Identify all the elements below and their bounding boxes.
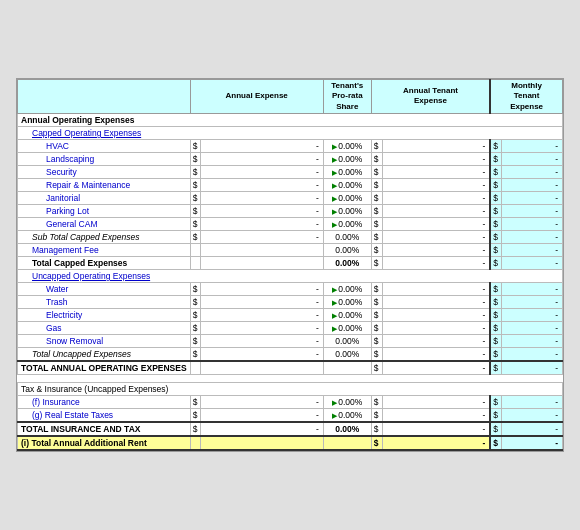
row-total-annual-operating: TOTAL ANNUAL OPERATING EXPENSES $ - $ -: [18, 361, 563, 375]
row-total-annual-additional-rent: (i) Total Annual Additional Rent $ - $ -: [18, 436, 563, 450]
header-annual-expense: Annual Expense: [190, 79, 323, 113]
spacer-row-1: [18, 375, 563, 383]
row-gas: Gas $ - 0.00% $ - $ -: [18, 322, 563, 335]
row-electricity: Electricity $ - 0.00% $ - $ -: [18, 309, 563, 322]
row-landscaping: Landscaping $ - 0.00% $ - $ -: [18, 153, 563, 166]
header-label: [18, 79, 191, 113]
subsection-capped: Capped Operating Expenses: [18, 127, 563, 140]
row-real-estate-taxes: (g) Real Estate Taxes $ - 0.00% $ - $ -: [18, 409, 563, 423]
row-water: Water $ - 0.00% $ - $ -: [18, 283, 563, 296]
spreadsheet: Annual Expense Tenant'sPro-rataShare Ann…: [16, 78, 564, 452]
header-monthly-tenant: MonthlyTenantExpense: [490, 79, 562, 113]
row-security: Security $ - 0.00% $ - $ -: [18, 166, 563, 179]
header-annual-tenant: Annual TenantExpense: [371, 79, 490, 113]
row-janitorial: Janitorial $ - 0.00% $ - $ -: [18, 192, 563, 205]
header-row: Annual Expense Tenant'sPro-rataShare Ann…: [18, 79, 563, 113]
row-trash: Trash $ - 0.00% $ - $ -: [18, 296, 563, 309]
subsection-uncapped: Uncapped Operating Expenses: [18, 270, 563, 283]
row-snow-removal: Snow Removal $ - 0.00% $ - $ -: [18, 335, 563, 348]
header-prorata: Tenant'sPro-rataShare: [323, 79, 371, 113]
row-repair-maintenance: Repair & Maintenance $ - 0.00% $ - $ -: [18, 179, 563, 192]
section-tax-insurance: Tax & Insurance (Uncapped Expenses): [18, 383, 563, 396]
row-insurance: (f) Insurance $ - 0.00% $ - $ -: [18, 396, 563, 409]
section-annual-operating: Annual Operating Expenses: [18, 114, 563, 127]
row-parking-lot: Parking Lot $ - 0.00% $ - $ -: [18, 205, 563, 218]
row-total-insurance-tax: TOTAL INSURANCE AND TAX $ - 0.00% $ - $ …: [18, 422, 563, 436]
row-total-uncapped: Total Uncapped Expenses $ - 0.00% $ - $ …: [18, 348, 563, 362]
row-hvac: HVAC $ - 0.00% $ - $ -: [18, 140, 563, 153]
row-total-capped: Total Capped Expenses 0.00% $ - $ -: [18, 257, 563, 270]
row-management-fee: Management Fee 0.00% $ - $ -: [18, 244, 563, 257]
row-general-cam: General CAM $ - 0.00% $ - $ -: [18, 218, 563, 231]
row-subtotal-capped: Sub Total Capped Expenses $ - 0.00% $ - …: [18, 231, 563, 244]
